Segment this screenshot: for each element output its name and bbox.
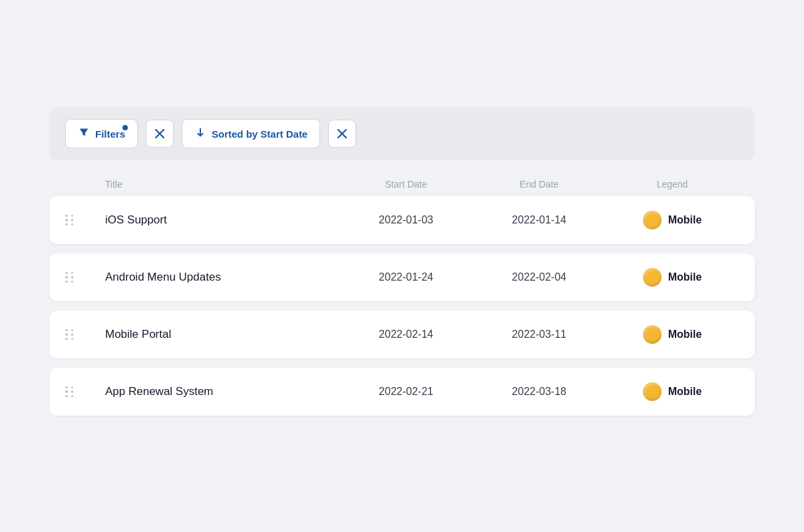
legend-color-dot — [643, 325, 662, 344]
row-title: Android Menu Updates — [105, 271, 339, 284]
row-start-date: 2022-01-03 — [339, 214, 473, 226]
drag-handle[interactable] — [65, 215, 105, 226]
row-legend: Mobile — [606, 268, 739, 287]
header-legend: Legend — [606, 179, 739, 190]
legend-color-dot — [643, 268, 662, 287]
filter-icon — [78, 126, 90, 141]
row-start-date: 2022-02-14 — [339, 329, 473, 340]
table-row: Mobile Portal 2022-02-14 2022-03-11 Mobi… — [49, 311, 755, 358]
header-start-date: Start Date — [339, 179, 473, 190]
table-row: Android Menu Updates 2022-01-24 2022-02-… — [49, 253, 755, 301]
filters-pill[interactable]: Filters — [65, 119, 138, 148]
close-sort-icon — [337, 129, 347, 138]
legend-color-dot — [643, 211, 662, 229]
sort-pill[interactable]: Sorted by Start Date — [182, 119, 320, 148]
data-table: Title Start Date End Date Legend iOS Sup… — [49, 179, 755, 416]
filter-bar: Filters Sorted by Start Date — [49, 107, 755, 160]
row-end-date: 2022-03-11 — [473, 329, 606, 340]
drag-handle[interactable] — [65, 272, 105, 283]
row-title: App Renewal System — [105, 385, 339, 398]
legend-label: Mobile — [668, 329, 702, 340]
table-header-row: Title Start Date End Date Legend — [49, 179, 755, 196]
legend-color-dot — [643, 382, 662, 401]
legend-label: Mobile — [668, 271, 702, 283]
row-legend: Mobile — [606, 325, 739, 344]
row-start-date: 2022-02-21 — [339, 386, 473, 398]
rows-container: iOS Support 2022-01-03 2022-01-14 Mobile… — [49, 196, 755, 416]
row-title: iOS Support — [105, 213, 339, 227]
header-title: Title — [105, 179, 339, 190]
row-legend: Mobile — [606, 211, 739, 229]
legend-label: Mobile — [668, 214, 702, 226]
drag-handle[interactable] — [65, 386, 105, 398]
clear-filters-button[interactable] — [146, 120, 174, 148]
clear-sort-button[interactable] — [328, 120, 356, 148]
filters-label: Filters — [95, 128, 125, 140]
sort-label: Sorted by Start Date — [212, 128, 307, 140]
row-end-date: 2022-01-14 — [473, 214, 606, 226]
table-row: App Renewal System 2022-02-21 2022-03-18… — [49, 368, 755, 416]
drag-handle[interactable] — [65, 329, 105, 340]
filter-active-dot — [122, 125, 128, 130]
main-container: Filters Sorted by Start Date — [36, 94, 768, 438]
row-title: Mobile Portal — [105, 328, 339, 341]
row-end-date: 2022-02-04 — [473, 271, 606, 283]
row-end-date: 2022-03-18 — [473, 386, 606, 398]
row-start-date: 2022-01-24 — [339, 271, 473, 283]
header-end-date: End Date — [473, 179, 606, 190]
close-icon — [155, 129, 164, 138]
row-legend: Mobile — [606, 382, 739, 401]
table-row: iOS Support 2022-01-03 2022-01-14 Mobile — [49, 196, 755, 244]
sort-down-icon — [194, 126, 206, 141]
legend-label: Mobile — [668, 386, 702, 398]
